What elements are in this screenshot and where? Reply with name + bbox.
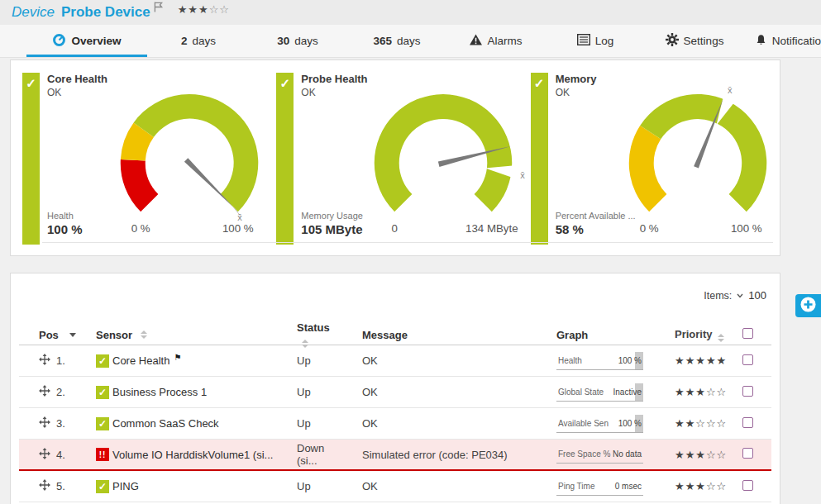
circle-plus-icon xyxy=(800,296,817,316)
channel-value: 100 % xyxy=(47,222,83,236)
avg-marker-label: x̄ xyxy=(728,85,733,95)
tab-365-days[interactable]: 365days xyxy=(347,25,446,57)
row-checkbox[interactable] xyxy=(742,448,753,459)
header-sensor[interactable]: Sensor xyxy=(74,329,275,341)
gauge-needle xyxy=(184,158,233,207)
mini-graph[interactable]: Global StateInactive xyxy=(556,383,643,402)
check-icon: ✓ xyxy=(26,76,36,90)
tab-30-days[interactable]: 30days xyxy=(248,25,347,57)
flag-icon[interactable] xyxy=(154,1,163,16)
gauge-segment-red xyxy=(121,159,159,212)
items-value: 100 xyxy=(748,289,766,302)
tab-settings[interactable]: Settings xyxy=(645,25,744,57)
priority-stars[interactable]: ★★★☆☆ xyxy=(178,3,230,16)
row-checkbox[interactable] xyxy=(742,480,753,491)
tab-overview[interactable]: Overview xyxy=(25,25,149,57)
sensor-status: Up xyxy=(275,417,341,430)
status-ok-bar: ✓ xyxy=(276,73,294,245)
gear-icon xyxy=(666,33,679,49)
status-ok-bar: ✓ xyxy=(531,73,548,245)
header-status[interactable]: Status xyxy=(275,321,341,348)
gauge-status: OK xyxy=(556,87,597,98)
gauges-panel: ✓ Core Health OK x̄ 0 % 100 % Health 100… xyxy=(10,59,780,256)
sensor-ok-icon: ✓ xyxy=(96,417,109,430)
channel-label: Percent Available ... xyxy=(556,211,636,221)
tab-log[interactable]: Log xyxy=(546,25,645,57)
row-checkbox[interactable] xyxy=(742,386,753,397)
mini-graph[interactable]: Ping Time0 msec xyxy=(556,478,643,496)
drag-handle-icon[interactable] xyxy=(39,416,50,430)
header-graph: Graph xyxy=(535,329,647,341)
check-icon: ✓ xyxy=(280,76,291,90)
header-pos[interactable]: Pos xyxy=(19,329,74,341)
flag-icon: ⚑ xyxy=(174,353,181,362)
tab-alarms[interactable]: Alarms xyxy=(446,25,546,57)
status-ok-bar: ✓ xyxy=(22,73,40,245)
mini-graph[interactable]: Free Space %No data xyxy=(556,445,643,464)
sensor-message: Simulated error (code: PE034) xyxy=(341,449,535,461)
channel-label: Memory Usage xyxy=(301,211,363,221)
table-row[interactable]: 2. ✓Business Process 1 Up OK Global Stat… xyxy=(19,377,771,408)
chevron-down-icon xyxy=(736,290,744,302)
tab-2-days[interactable]: 2days xyxy=(149,25,248,57)
mini-graph[interactable]: Health100 % xyxy=(556,352,643,370)
log-icon xyxy=(577,34,590,48)
priority-stars[interactable]: ★★★☆☆ xyxy=(647,449,717,461)
tab-notifications[interactable]: Notifications xyxy=(744,25,821,57)
row-checkbox[interactable] xyxy=(742,354,753,365)
device-type-label: Device xyxy=(12,4,55,21)
sensor-message: OK xyxy=(341,480,535,492)
row-position: 1. xyxy=(56,354,65,367)
table-row[interactable]: 5. ✓PING Up OK Ping Time0 msec ★★★☆☆ xyxy=(19,471,771,502)
prtg-device-page: { "header": { "title_prefix": "Device", … xyxy=(0,0,821,504)
table-body: 1. ✓Core Health⚑ Up OK Health100 % ★★★★★… xyxy=(19,345,771,502)
sort-icon xyxy=(141,330,147,339)
avg-marker-label: x̄ xyxy=(237,212,242,222)
gauge-dial: x̄ 0 % 100 % xyxy=(606,85,790,250)
gauge-core-health[interactable]: ✓ Core Health OK x̄ 0 % 100 % Health 100… xyxy=(14,67,268,249)
divider xyxy=(42,242,773,243)
priority-stars[interactable]: ★★★★★ xyxy=(647,354,717,367)
sensor-name[interactable]: Common SaaS Check xyxy=(112,417,219,430)
drag-handle-icon[interactable] xyxy=(39,354,50,368)
table-row[interactable]: 3. ✓Common SaaS Check Up OK Available Se… xyxy=(19,408,771,440)
check-icon: ✓ xyxy=(534,76,545,90)
drag-handle-icon[interactable] xyxy=(39,385,50,399)
scale-max-label: 134 MByte xyxy=(465,222,518,235)
priority-stars[interactable]: ★★★☆☆ xyxy=(647,386,717,398)
table-row-error[interactable]: 4. !!Volume IO HarddiskVolume1 (si... Do… xyxy=(19,440,771,471)
items-per-page-dropdown[interactable]: Items: 100 xyxy=(704,289,766,302)
gauge-segment-green xyxy=(375,94,512,212)
scale-min-label: 0 % xyxy=(639,222,658,235)
table-row[interactable]: 1. ✓Core Health⚑ Up OK Health100 % ★★★★★ xyxy=(19,345,771,377)
items-label: Items: xyxy=(704,290,732,302)
sensor-error-icon: !! xyxy=(96,448,109,461)
priority-stars[interactable]: ★★★☆☆ xyxy=(647,480,717,492)
gauge-title: Core Health xyxy=(47,73,107,85)
gauge-title-block[interactable]: Memory OK xyxy=(556,73,597,98)
channel-value: 105 MByte xyxy=(301,222,362,236)
sensor-name[interactable]: Volume IO HarddiskVolume1 (si... xyxy=(112,449,273,461)
gauge-probe-health[interactable]: ✓ Probe Health OK x̄ 0 134 MByte Memory … xyxy=(268,67,522,249)
add-button[interactable] xyxy=(795,294,821,317)
scale-max-label: 100 % xyxy=(731,222,762,235)
header-priority[interactable]: Priority xyxy=(647,328,717,342)
sensor-name[interactable]: Core Health xyxy=(112,354,169,367)
page-title: Probe Device xyxy=(61,4,150,21)
sensor-message: OK xyxy=(341,354,535,367)
gauge-memory[interactable]: ✓ Memory OK x̄ 0 % 100 % Percent Availab… xyxy=(523,67,776,249)
sensor-name[interactable]: PING xyxy=(112,480,139,492)
drag-handle-icon[interactable] xyxy=(39,479,50,493)
header-message: Message xyxy=(341,329,535,341)
row-position: 5. xyxy=(56,480,65,492)
sensor-name[interactable]: Business Process 1 xyxy=(112,386,207,398)
select-all-checkbox[interactable] xyxy=(742,328,753,339)
sensor-status: Up xyxy=(275,480,341,492)
scale-max-label: 100 % xyxy=(222,222,254,235)
row-checkbox[interactable] xyxy=(742,417,753,428)
priority-stars[interactable]: ★★☆☆☆ xyxy=(647,417,717,430)
mini-graph[interactable]: Available Sen100 % xyxy=(556,415,643,433)
channel-label: Health xyxy=(47,211,74,221)
sensor-status: Up xyxy=(275,354,341,367)
drag-handle-icon[interactable] xyxy=(39,448,50,462)
